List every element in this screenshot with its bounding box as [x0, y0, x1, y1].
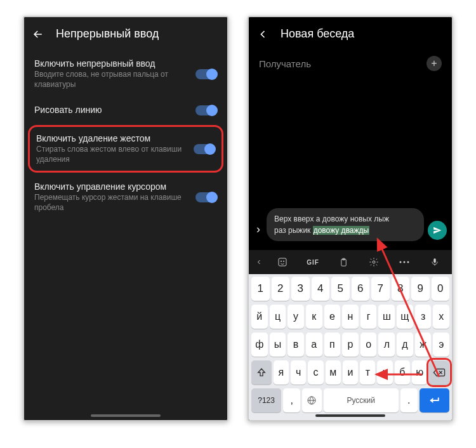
recipient-field[interactable]: Получатель + — [249, 51, 452, 80]
expand-icon[interactable]: › — [254, 223, 263, 244]
msg-line1: Верх вверх а довожу новых лыж — [274, 214, 389, 223]
setting-title: Включить удаление жестом — [36, 133, 186, 143]
key-к[interactable]: к — [306, 305, 322, 329]
chat-body: › Верх вверх а довожу новых лыж раз рыжи… — [249, 80, 452, 250]
toggle-switch[interactable] — [195, 105, 217, 115]
nav-bar — [24, 414, 227, 417]
comma-key[interactable]: , — [283, 388, 300, 412]
toggle-switch[interactable] — [195, 69, 217, 79]
svg-rect-0 — [279, 258, 286, 266]
annotation-arrow-1 — [373, 234, 442, 380]
back-icon[interactable] — [32, 28, 44, 41]
key-я[interactable]: я — [274, 360, 289, 385]
settings-header: Непрерывный ввод — [24, 17, 227, 51]
nav-bar — [249, 414, 452, 417]
setting-draw-line[interactable]: Рисовать линию — [24, 97, 227, 124]
language-key[interactable] — [302, 388, 321, 412]
key-п[interactable]: п — [324, 333, 341, 357]
setting-gesture-delete[interactable]: Включить удаление жестом Стирать слова ж… — [28, 125, 223, 173]
key-5[interactable]: 5 — [331, 277, 350, 301]
key-ы[interactable]: ы — [270, 333, 286, 357]
key-с[interactable]: с — [308, 360, 323, 385]
setting-desc: Стирать слова жестом влево от клавиши уд… — [36, 145, 186, 164]
annotation-arrow-2 — [373, 368, 423, 381]
toggle-switch[interactable] — [195, 192, 217, 202]
key-и[interactable]: и — [343, 360, 358, 385]
svg-point-1 — [281, 261, 281, 261]
period-key[interactable]: . — [400, 388, 418, 412]
enter-key[interactable] — [420, 388, 449, 412]
msg-selection: довожу дважды — [313, 226, 370, 235]
key-6[interactable]: 6 — [352, 277, 370, 301]
key-ц[interactable]: ц — [270, 305, 286, 329]
setting-title: Включить управление курсором — [34, 181, 188, 192]
chat-phone: Новая беседа Получатель + › Верх вверх а… — [248, 16, 453, 421]
setting-title: Рисовать линию — [34, 105, 188, 115]
collapse-icon[interactable] — [251, 254, 267, 270]
gif-button[interactable]: GIF — [298, 254, 327, 270]
key-р[interactable]: р — [342, 333, 359, 357]
back-icon[interactable] — [256, 28, 269, 41]
key-ч[interactable]: ч — [291, 360, 306, 385]
key-в[interactable]: в — [288, 333, 304, 357]
recipient-label: Получатель — [259, 58, 311, 69]
clipboard-icon[interactable] — [329, 254, 358, 270]
settings-phone: Непрерывный ввод Включить непрерывный вв… — [23, 16, 228, 421]
setting-glide-typing[interactable]: Включить непрерывный ввод Вводите слова,… — [24, 51, 227, 97]
key-2[interactable]: 2 — [272, 277, 290, 301]
key-а[interactable]: а — [306, 333, 322, 357]
page-title: Непрерывный ввод — [56, 27, 159, 41]
key-м[interactable]: м — [326, 360, 341, 385]
setting-cursor-control[interactable]: Включить управление курсором Перемещать … — [24, 174, 227, 220]
key-1[interactable]: 1 — [251, 277, 270, 301]
chat-screen: Новая беседа Получатель + › Верх вверх а… — [249, 17, 452, 420]
key-у[interactable]: у — [288, 305, 304, 329]
chat-header: Новая беседа — [249, 17, 452, 51]
setting-desc: Перемещать курсор жестами на клавише про… — [34, 193, 188, 213]
svg-point-2 — [283, 261, 284, 261]
key-н[interactable]: н — [342, 305, 359, 329]
shift-key[interactable] — [251, 360, 272, 385]
key-е[interactable]: е — [324, 305, 341, 329]
key-4[interactable]: 4 — [312, 277, 330, 301]
toggle-switch[interactable] — [194, 144, 215, 154]
msg-line2a: раз рыжик — [274, 226, 313, 235]
key-й[interactable]: й — [251, 305, 268, 329]
key-3[interactable]: 3 — [291, 277, 310, 301]
setting-title: Включить непрерывный ввод — [34, 58, 188, 69]
chat-title: Новая беседа — [281, 27, 354, 41]
setting-desc: Вводите слова, не отрывая пальца от клав… — [34, 70, 188, 89]
key-ф[interactable]: ф — [251, 333, 268, 357]
add-recipient-button[interactable]: + — [426, 56, 442, 71]
symbols-key[interactable]: ?123 — [251, 388, 281, 412]
space-key[interactable]: Русский — [324, 388, 399, 412]
sticker-icon[interactable] — [268, 254, 297, 270]
svg-line-10 — [378, 239, 439, 377]
settings-screen: Непрерывный ввод Включить непрерывный вв… — [24, 17, 227, 420]
